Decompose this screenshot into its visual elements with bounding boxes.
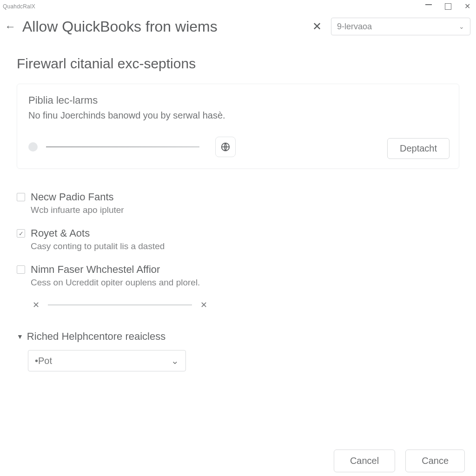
globe-icon [220,142,231,152]
card-input-line[interactable] [46,146,199,147]
option-title: Necw Padio Fants [31,191,124,203]
collapsible-dropdown-value: •Pot [35,356,52,366]
header-close-icon[interactable]: ✕ [312,20,322,33]
header-dropdown-value: 9-lervaoa [337,22,372,32]
globe-button[interactable] [215,137,236,157]
radio-dot[interactable] [28,142,38,152]
checkbox[interactable] [17,229,25,238]
info-card: Piblia lec-larms No finu Joerchinds bano… [17,84,459,169]
chevron-down-icon: ⌄ [171,355,179,366]
back-icon[interactable]: ← [3,20,18,33]
app-brand: QuahdcRalX [3,3,35,10]
page-title: Allow QuickBooks fron wiems [22,18,218,35]
checkbox[interactable] [17,193,25,201]
window-controls: ✕ [425,3,470,10]
option-desc: Wcb infuarte apo ipluter [31,205,124,215]
section-title: Firewarl citanial exc-septions [17,56,459,72]
divider-row: ✕ ✕ [33,300,459,310]
collapsible-header[interactable]: ▼ Riched Helphcentore reaicless [17,331,459,343]
cancel-button[interactable]: Cancel [334,450,395,472]
collapsible-label: Riched Helphcentore reaicless [27,331,165,343]
card-subtitle: No finu Joerchinds banowd you by serwal … [28,110,448,121]
option-title: Nimn Faser Whchestel Affior [31,264,200,276]
close-icon[interactable]: ✕ [464,3,470,10]
clear-icon[interactable]: ✕ [200,300,207,310]
option-title: Royet & Aots [31,227,165,239]
card-title: Piblia lec-larms [28,94,448,106]
options-list: Necw Padio Fants Wcb infuarte apo iplute… [17,191,459,310]
option-desc: Casy conting to putalit lis a dasted [31,241,165,251]
caret-down-icon: ▼ [17,333,23,340]
minimize-icon[interactable] [425,4,432,5]
collapsible-dropdown[interactable]: •Pot ⌄ [28,350,186,371]
clear-icon[interactable]: ✕ [33,300,40,310]
cance-button[interactable]: Cance [405,450,465,472]
chevron-down-icon: ⌄ [459,23,464,30]
divider-line [48,304,192,305]
checkbox[interactable] [17,265,25,274]
card-action-button[interactable]: Deptacht [387,138,450,159]
option-item[interactable]: Necw Padio Fants Wcb infuarte apo iplute… [17,191,459,215]
header-dropdown[interactable]: 9-lervaoa ⌄ [331,18,470,35]
maximize-icon[interactable] [445,3,451,10]
option-item[interactable]: Nimn Faser Whchestel Affior Cess on Ucre… [17,264,459,288]
option-item[interactable]: Royet & Aots Casy conting to putalit lis… [17,227,459,251]
option-desc: Cess on Ucreddit opiter ouplens and plor… [31,278,200,288]
